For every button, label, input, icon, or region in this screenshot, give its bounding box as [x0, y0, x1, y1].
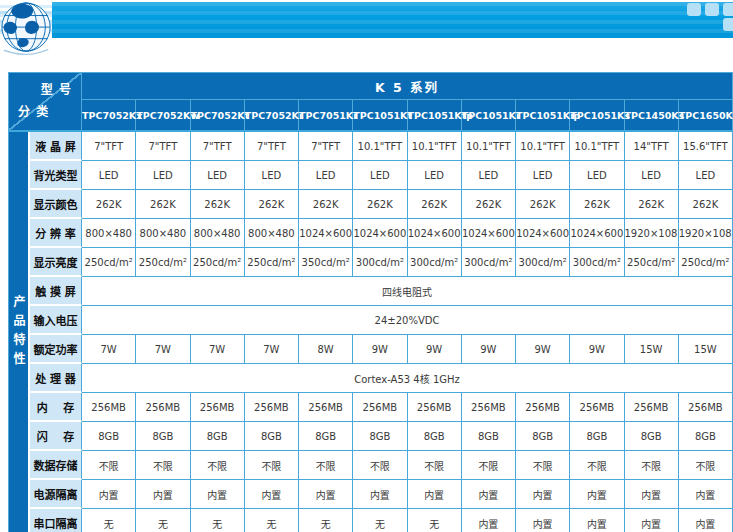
- spec-value: 7W: [191, 335, 245, 364]
- spec-value: 内置: [679, 480, 733, 509]
- row-label: 内 存: [30, 393, 82, 422]
- spec-value: 不限: [462, 451, 516, 480]
- spec-value: 800×480: [136, 219, 190, 248]
- spec-value: 262K: [245, 190, 299, 219]
- spec-value: 256MB: [408, 393, 462, 422]
- spec-value: 10.1"TFT: [570, 132, 624, 161]
- k5-series-spec-table: 型 号 分 类 K 5 系列 TPC7052KxTPC7052KwTPC7052…: [8, 72, 733, 532]
- spec-value: 15W: [625, 335, 679, 364]
- spec-row: 额定功率7W7W7W7W8W9W9W9W9W9W15W15W: [8, 335, 733, 364]
- spec-value: LED: [625, 161, 679, 190]
- spec-row: 数据存储不限不限不限不限不限不限不限不限不限不限不限不限: [8, 451, 733, 480]
- spec-value: 无: [353, 509, 407, 532]
- spec-value: LED: [516, 161, 570, 190]
- spec-value: 无: [82, 509, 136, 532]
- spec-value: 1024×600: [516, 219, 570, 248]
- page: 型 号 分 类 K 5 系列 TPC7052KxTPC7052KwTPC7052…: [0, 0, 733, 532]
- spec-value: 内置: [353, 480, 407, 509]
- spec-value: 250cd/m²: [136, 248, 190, 277]
- spec-value-span: 四线电阻式: [82, 277, 733, 306]
- spec-value: 无: [191, 509, 245, 532]
- spec-value: 9W: [408, 335, 462, 364]
- spec-value: 256MB: [245, 393, 299, 422]
- spec-value: 250cd/m²: [245, 248, 299, 277]
- spec-value: 8GB: [82, 422, 136, 451]
- spec-value: 262K: [82, 190, 136, 219]
- spec-value: 262K: [191, 190, 245, 219]
- spec-value: 8GB: [408, 422, 462, 451]
- spec-value: 不限: [625, 451, 679, 480]
- spec-value-span: Cortex-A53 4核 1GHz: [82, 364, 733, 393]
- spec-value: LED: [245, 161, 299, 190]
- globe-logo-icon: [0, 0, 54, 60]
- spec-value: 内置: [408, 480, 462, 509]
- deco-square: [723, 18, 733, 31]
- deco-square: [723, 3, 733, 16]
- spec-value: 内置: [299, 480, 353, 509]
- row-label: 处 理 器: [30, 364, 82, 393]
- spec-value: 10.1"TFT: [462, 132, 516, 161]
- spec-value: 9W: [516, 335, 570, 364]
- spec-value: 内置: [191, 480, 245, 509]
- spec-row: 闪 存8GB8GB8GB8GB8GB8GB8GB8GB8GB8GB8GB8GB: [8, 422, 733, 451]
- model-header: TPC1051Ktp: [408, 100, 462, 132]
- spec-value: 250cd/m²: [625, 248, 679, 277]
- spec-value: 不限: [353, 451, 407, 480]
- spec-row: 背光类型LEDLEDLEDLEDLEDLEDLEDLEDLEDLEDLEDLED: [8, 161, 733, 190]
- spec-value: 800×480: [82, 219, 136, 248]
- model-header: TPC7051Ki: [299, 100, 353, 132]
- spec-table: 型 号 分 类 K 5 系列 TPC7052KxTPC7052KwTPC7052…: [8, 72, 733, 532]
- spec-value: 262K: [299, 190, 353, 219]
- spec-value: 14"TFT: [625, 132, 679, 161]
- spec-value: 262K: [408, 190, 462, 219]
- model-header: TPC7052Kw: [136, 100, 190, 132]
- spec-value: 1024×600: [353, 219, 407, 248]
- spec-value: 内置: [516, 509, 570, 532]
- spec-value: 9W: [462, 335, 516, 364]
- spec-value: 350cd/m²: [299, 248, 353, 277]
- spec-value: 无: [136, 509, 190, 532]
- corner-category-label: 分 类: [18, 102, 49, 119]
- spec-row: 电源隔离内置内置内置内置内置内置内置内置内置内置内置内置: [8, 480, 733, 509]
- spec-value: 7W: [82, 335, 136, 364]
- corner-model-label: 型 号: [41, 80, 72, 97]
- spec-value: LED: [570, 161, 624, 190]
- deco-square: [705, 3, 719, 16]
- spec-value: 不限: [191, 451, 245, 480]
- model-header: TPC1051Ki: [462, 100, 516, 132]
- spec-row: 产品特性液 晶 屏7"TFT7"TFT7"TFT7"TFT7"TFT10.1"T…: [8, 132, 733, 161]
- spec-row: 输入电压24±20%VDC: [8, 306, 733, 335]
- spec-value: 800×480: [245, 219, 299, 248]
- spec-value: 300cd/m²: [353, 248, 407, 277]
- row-label: 串口隔离: [30, 509, 82, 532]
- spec-value: 8GB: [570, 422, 624, 451]
- spec-value: 300cd/m²: [570, 248, 624, 277]
- spec-row: 触 摸 屏四线电阻式: [8, 277, 733, 306]
- spec-row: 内 存256MB256MB256MB256MB256MB256MB256MB25…: [8, 393, 733, 422]
- spec-value: 262K: [516, 190, 570, 219]
- spec-value: 8GB: [462, 422, 516, 451]
- spec-value: 无: [245, 509, 299, 532]
- spec-value: 8GB: [191, 422, 245, 451]
- spec-value: 256MB: [462, 393, 516, 422]
- spec-value: 256MB: [516, 393, 570, 422]
- spec-value: LED: [136, 161, 190, 190]
- spec-value: 内置: [625, 509, 679, 532]
- spec-value: 不限: [82, 451, 136, 480]
- spec-value: 1024×600: [570, 219, 624, 248]
- spec-value: LED: [82, 161, 136, 190]
- model-header-row: TPC7052KxTPC7052KwTPC7052KtTPC7052KiTPC7…: [8, 100, 733, 132]
- spec-value: 1024×600: [408, 219, 462, 248]
- side-category-cell: 产品特性: [8, 132, 30, 532]
- spec-value-span: 24±20%VDC: [82, 306, 733, 335]
- side-category-text: 产品特性: [10, 295, 27, 371]
- row-label: 闪 存: [30, 422, 82, 451]
- spec-value: 262K: [570, 190, 624, 219]
- spec-value: 内置: [570, 509, 624, 532]
- model-header: TPC1650Ks: [679, 100, 733, 132]
- spec-value: LED: [408, 161, 462, 190]
- spec-value: 8GB: [353, 422, 407, 451]
- spec-value: 内置: [462, 480, 516, 509]
- spec-value: 内置: [570, 480, 624, 509]
- spec-value: 7"TFT: [299, 132, 353, 161]
